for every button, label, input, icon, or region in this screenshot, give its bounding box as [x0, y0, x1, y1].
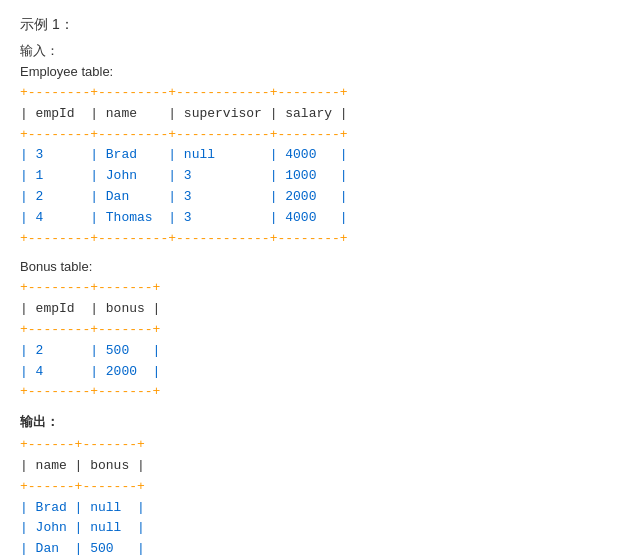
example-title: 示例 1：: [20, 16, 618, 34]
output-row-2: | John | null |: [20, 518, 618, 539]
bonus-sep-bot: +--------+-------+: [20, 382, 618, 403]
output-sep-mid: +------+-------+: [20, 477, 618, 498]
output-sep-top: +------+-------+: [20, 435, 618, 456]
bonus-row-1: | 2 | 500 |: [20, 341, 618, 362]
bonus-row-2: | 4 | 2000 |: [20, 362, 618, 383]
output-header: | name | bonus |: [20, 456, 618, 477]
output-label: 输出：: [20, 413, 618, 431]
bonus-header: | empId | bonus |: [20, 299, 618, 320]
employee-row-1: | 3 | Brad | null | 4000 |: [20, 145, 618, 166]
employee-header: | empId | name | supervisor | salary |: [20, 104, 618, 125]
employee-row-3: | 2 | Dan | 3 | 2000 |: [20, 187, 618, 208]
employee-table-label: Employee table:: [20, 64, 618, 79]
input-label: 输入：: [20, 42, 618, 60]
bonus-table-label: Bonus table:: [20, 259, 618, 274]
bonus-sep-top: +--------+-------+: [20, 278, 618, 299]
bonus-table-block: Bonus table: +--------+-------+ | empId …: [20, 259, 618, 403]
employee-row-4: | 4 | Thomas | 3 | 4000 |: [20, 208, 618, 229]
employee-table-block: Employee table: +--------+---------+----…: [20, 64, 618, 249]
bonus-sep-mid: +--------+-------+: [20, 320, 618, 341]
employee-sep-bot: +--------+---------+------------+-------…: [20, 229, 618, 250]
output-row-1: | Brad | null |: [20, 498, 618, 519]
employee-sep-top: +--------+---------+------------+-------…: [20, 83, 618, 104]
output-row-3: | Dan | 500 |: [20, 539, 618, 555]
output-block: 输出： +------+-------+ | name | bonus | +-…: [20, 413, 618, 555]
employee-sep-mid: +--------+---------+------------+-------…: [20, 125, 618, 146]
employee-row-2: | 1 | John | 3 | 1000 |: [20, 166, 618, 187]
example-title-text: 示例 1：: [20, 16, 74, 32]
